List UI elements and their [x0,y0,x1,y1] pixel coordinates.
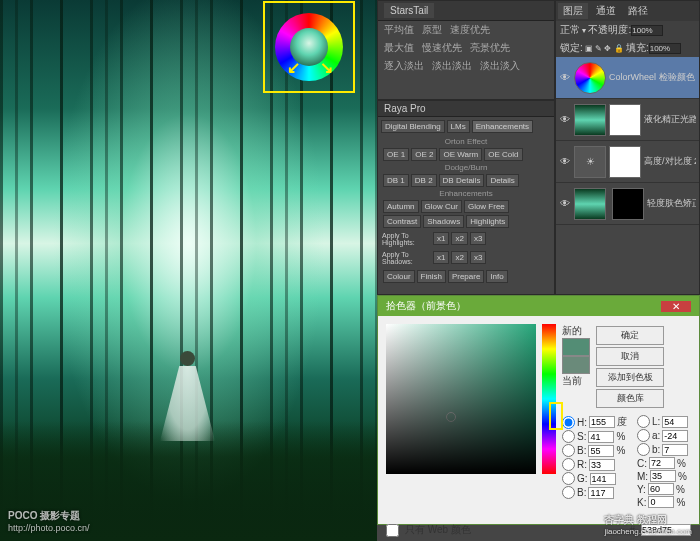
layer-row[interactable]: 👁 轻度肤色矫正 ... [556,183,699,225]
layer-thumb[interactable] [574,62,606,94]
prepare-button[interactable]: Prepare [448,270,484,283]
fill-input[interactable] [649,43,681,54]
g-input[interactable] [590,473,616,485]
close-button[interactable]: ✕ [661,301,691,312]
bc-radio[interactable] [562,486,575,499]
opacity-input[interactable] [631,25,663,36]
bc-input[interactable] [588,487,614,499]
opacity-label: 不透明度: [588,24,631,35]
blend-mode-select[interactable]: 正常 [560,24,580,35]
db1-button[interactable]: DB 1 [383,174,409,187]
x1-button[interactable]: x1 [433,251,449,264]
dialog-titlebar[interactable]: 拾色器（前景色） ✕ [378,296,699,316]
adjustment-icon[interactable]: ☀ [574,146,606,178]
tab-starstail[interactable]: StarsTail [384,3,434,18]
x2-button[interactable]: x2 [451,251,467,264]
watermark-chazidian: 杏字典 教程网 jiaocheng.chazidian.com [604,510,692,536]
m-input[interactable] [650,470,676,482]
h-input[interactable] [589,416,615,428]
finish-button[interactable]: Finish [417,270,446,283]
oe1-button[interactable]: OE 1 [383,148,409,161]
l-input[interactable] [662,416,688,428]
s-radio[interactable] [562,430,575,443]
layer-row[interactable]: 👁 液化精正光路 ... [556,99,699,141]
oecold-button[interactable]: OE Cold [484,148,522,161]
color-field[interactable] [386,324,536,474]
colour-button[interactable]: Colour [383,270,415,283]
x3-button[interactable]: x3 [470,232,486,245]
tab-digitalblending[interactable]: Digital Blending [381,120,445,133]
layer-mask[interactable] [609,146,641,178]
tab-lms[interactable]: LMs [447,120,470,133]
layer-name[interactable]: 轻度肤色矫正 ... [647,197,696,210]
dbdetails-button[interactable]: DB Details [439,174,485,187]
color-lib-button[interactable]: 颜色库 [596,389,664,408]
shadows-button[interactable]: Shadows [423,215,464,228]
db2-button[interactable]: DB 2 [411,174,437,187]
tab-channels[interactable]: 通道 [591,3,621,19]
section-label: Enhancements [378,188,554,199]
panel-header[interactable]: StarsTail [378,1,554,21]
visibility-icon[interactable]: 👁 [559,72,571,83]
b-radio[interactable] [562,444,575,457]
r-input[interactable] [589,459,615,471]
watermark-title: POCO 摄影专题 [8,510,80,521]
highlights-button[interactable]: Highlights [466,215,509,228]
layer-mask[interactable] [609,104,641,136]
k-input[interactable] [648,496,674,508]
info-button[interactable]: Info [486,270,507,283]
visibility-icon[interactable]: 👁 [559,198,571,209]
l-radio[interactable] [637,415,650,428]
x2-button[interactable]: x2 [451,232,467,245]
layer-row[interactable]: 👁 ColorWheel 检验颜色 [556,57,699,99]
y-input[interactable] [648,483,674,495]
layer-name[interactable]: 高度/对比度 2 [644,155,696,168]
dialog-title: 拾色器（前景色） [386,299,466,313]
x1-button[interactable]: x1 [433,232,449,245]
layer-thumb[interactable] [574,104,606,136]
c-input[interactable] [649,457,675,469]
apply-highlights-label: Apply To Highlights: [382,232,432,246]
watermark-title: 杏字典 教程网 [604,514,667,525]
autumn-button[interactable]: Autumn [383,200,419,213]
r-radio[interactable] [562,458,575,471]
layer-name[interactable]: 液化精正光路 ... [644,113,696,126]
tab-enhancements[interactable]: Enhancements [472,120,533,133]
b2-input[interactable] [662,444,688,456]
panel-header[interactable]: Raya Pro [378,101,554,117]
layer-thumb[interactable] [574,188,606,220]
color-picker-dialog: 拾色器（前景色） ✕ 新的 当前 确定 取消 添加到色板 颜色库 [377,295,700,525]
glowcur-button[interactable]: Glow Cur [421,200,462,213]
current-color-swatch[interactable] [562,356,590,374]
x3-button[interactable]: x3 [470,251,486,264]
visibility-icon[interactable]: 👁 [559,114,571,125]
layer-row[interactable]: 👁 ☀ 高度/对比度 2 [556,141,699,183]
s-input[interactable] [588,431,614,443]
visibility-icon[interactable]: 👁 [559,156,571,167]
details-button[interactable]: Details [486,174,518,187]
b2-radio[interactable] [637,443,650,456]
hue-slider[interactable] [542,324,556,474]
panel-row: 逐入淡出淡出淡出淡出淡入 [378,57,554,75]
layer-mask[interactable] [612,188,644,220]
g-radio[interactable] [562,472,575,485]
add-swatch-button[interactable]: 添加到色板 [596,368,664,387]
a-input[interactable] [662,430,688,442]
web-only-checkbox[interactable] [386,524,399,537]
h-radio[interactable] [562,416,575,429]
color-marker[interactable] [446,412,456,422]
a-radio[interactable] [637,429,650,442]
cancel-button[interactable]: 取消 [596,347,664,366]
ok-button[interactable]: 确定 [596,326,664,345]
oe2-button[interactable]: OE 2 [411,148,437,161]
bv-input[interactable] [588,445,614,457]
new-color-swatch[interactable] [562,338,590,356]
document-canvas[interactable]: ↙ ↘ POCO 摄影专题 http://photo.poco.cn/ [0,0,377,541]
glowfree-button[interactable]: Glow Free [464,200,509,213]
apply-shadows-label: Apply To Shadows: [382,251,432,265]
oewarm-button[interactable]: OE Warm [439,148,482,161]
layer-name[interactable]: ColorWheel 检验颜色 [609,71,696,84]
tab-paths[interactable]: 路径 [623,3,653,19]
tab-layers[interactable]: 图层 [558,3,588,19]
contrast-button[interactable]: Contrast [383,215,421,228]
